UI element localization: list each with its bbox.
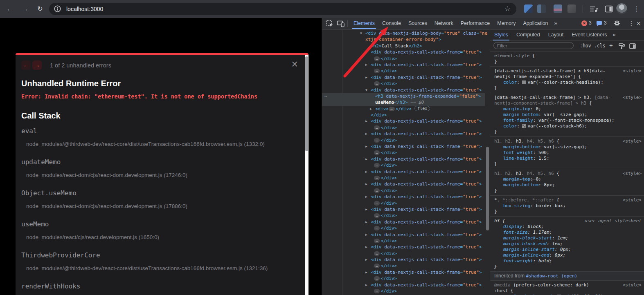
tree-row[interactable]: ▶<div data-nextjs-call-stack-frame="true… [322, 244, 490, 250]
css-declaration[interactable]: margin-inline-start: 0px; [494, 247, 642, 253]
tree-row[interactable]: ▼<div data-nextjs-call-stack-frame="true… [322, 87, 490, 93]
overlay-scrollbar[interactable] [305, 55, 308, 295]
style-rule[interactable]: <style>h1, h2, h3, h4, h5, h6 {margin-to… [490, 169, 644, 196]
rule-origin-link[interactable]: <style> [623, 282, 642, 288]
collapsed-content-icon[interactable]: … [374, 176, 380, 180]
style-rule[interactable]: user agent stylesheeth3 {display: block;… [490, 217, 644, 272]
extension-icon[interactable] [554, 4, 562, 13]
tree-row[interactable]: ▶<div data-nextjs-call-stack-frame="true… [322, 282, 490, 288]
computed-sidebar-toggle-icon[interactable] [629, 43, 636, 49]
style-rule[interactable]: <style>*, *::before, *::after {box-sizin… [490, 196, 644, 217]
previous-error-button[interactable]: ← [21, 60, 31, 70]
shadow-root-link[interactable]: #shadow-root (open) [526, 273, 577, 279]
tab-performance[interactable]: Performance [457, 18, 494, 29]
rendering-emulations-icon[interactable] [619, 43, 625, 49]
tree-row[interactable]: ▶<div data-nextjs-call-stack-frame="true… [322, 181, 490, 187]
css-declaration[interactable]: color: var(--color-stack-h6); [494, 123, 642, 129]
tree-row[interactable]: ▶<div data-nextjs-call-stack-frame="true… [322, 206, 490, 212]
css-declaration[interactable]: margin-top: 0; [494, 106, 642, 112]
styles-filter-input[interactable] [493, 42, 574, 49]
more-tabs-icon[interactable]: » [611, 29, 617, 40]
close-overlay-icon[interactable]: × [291, 59, 298, 70]
console-error-icon[interactable]: ✕ [581, 20, 587, 26]
element-classes-button[interactable]: .cls [594, 43, 606, 49]
css-declaration[interactable]: font-weight: bold; [494, 258, 642, 264]
tree-row[interactable]: ▶<div data-nextjs-call-stack-frame="true… [322, 232, 490, 238]
tree-row[interactable]: …</div> [322, 263, 490, 269]
browser-menu-icon[interactable]: ⋮ [633, 4, 641, 14]
tree-row[interactable]: …</div> [322, 56, 490, 62]
tree-row[interactable]: </div> [322, 112, 490, 118]
tab-styles[interactable]: Styles [490, 29, 512, 40]
inspect-element-icon[interactable] [326, 20, 333, 27]
address-bar[interactable]: localhost:3000 ☆ [49, 3, 516, 15]
collapsed-content-icon[interactable]: … [374, 251, 380, 256]
tree-row[interactable]: …</div> [322, 125, 490, 131]
tree-row[interactable]: ▶<div data-nextjs-call-stack-frame="true… [322, 74, 490, 80]
style-rule[interactable]: <style>[data-nextjs-call-stack-frame] > … [490, 67, 644, 93]
disclosure-arrow-icon[interactable]: ▶ [365, 244, 367, 250]
color-swatch[interactable] [522, 80, 526, 84]
next-error-button[interactable]: → [32, 60, 42, 70]
more-tabs-icon[interactable]: » [552, 18, 560, 29]
rule-origin-link[interactable]: <style> [623, 68, 642, 74]
rule-origin-link[interactable]: <style> [623, 197, 642, 203]
tree-row[interactable]: ▶<div>…</div>flex [322, 106, 490, 112]
tree-row[interactable]: ▼<div data-nextjs-dialog-body="true" cla… [322, 30, 490, 36]
tab-layout[interactable]: Layout [544, 29, 568, 40]
disclosure-arrow-icon[interactable]: ▶ [365, 206, 367, 212]
tree-row[interactable]: useMemo</h3> == $0 [322, 99, 485, 105]
tree-row[interactable]: …</div> [322, 80, 490, 87]
tree-row[interactable]: ▶<div data-nextjs-call-stack-frame="true… [322, 257, 490, 263]
tree-row[interactable]: ⋯<h3 data-nextjs-frame-expanded="false"> [322, 93, 485, 99]
style-rule[interactable]: <style>@media (prefers-color-scheme: dar… [490, 281, 644, 295]
disclosure-arrow-icon[interactable]: ▶ [365, 118, 367, 124]
collapsed-content-icon[interactable]: … [374, 56, 380, 61]
site-info-icon[interactable] [54, 5, 61, 12]
rule-origin-link[interactable]: <style> [623, 139, 642, 144]
css-declaration[interactable]: font-weight: 500; [494, 150, 642, 156]
media-controls-icon[interactable] [590, 5, 599, 13]
tab-network[interactable]: Network [431, 18, 457, 29]
css-declaration[interactable]: font-family: var(--font-stack-monospace)… [494, 118, 642, 123]
node-menu-icon[interactable]: ⋯ [324, 93, 328, 99]
css-declaration[interactable]: margin-block-end: 1em; [494, 241, 642, 247]
collapsed-content-icon[interactable]: … [374, 138, 380, 143]
disclosure-arrow-icon[interactable]: ▶ [365, 131, 367, 137]
tab-memory[interactable]: Memory [493, 18, 519, 29]
tab-sources[interactable]: Sources [405, 18, 431, 29]
tree-row[interactable]: ▶<div data-nextjs-call-stack-frame="true… [322, 269, 490, 275]
disclosure-arrow-icon[interactable]: ▶ [365, 194, 367, 200]
elements-scrollbar-thumb[interactable] [486, 147, 489, 230]
collapsed-content-icon[interactable]: … [374, 289, 380, 293]
toggle-element-state-button[interactable]: :hov [580, 43, 591, 49]
disclosure-arrow-icon[interactable]: ▶ [365, 74, 367, 80]
tree-row[interactable]: …</div> [322, 238, 490, 244]
tree-row[interactable]: …</div> [322, 188, 490, 194]
css-declaration[interactable]: box-sizing: border-box; [494, 203, 642, 209]
disclosure-arrow-icon[interactable]: ▼ [365, 87, 367, 93]
collapsed-content-icon[interactable]: … [374, 125, 380, 130]
tab-elements[interactable]: Elements [350, 18, 378, 29]
tab-computed[interactable]: Computed [512, 29, 544, 40]
tree-row[interactable]: …</div> [322, 175, 490, 181]
profile-avatar[interactable] [616, 3, 627, 14]
css-declaration[interactable]: color: var(--color-stack-headline); [494, 80, 642, 85]
tree-row[interactable]: …</div> [322, 288, 490, 294]
css-declaration[interactable]: margin-bottom: var(--size-gap); [494, 112, 642, 118]
collapsed-content-icon[interactable]: … [374, 69, 380, 73]
tab-application[interactable]: Application [519, 18, 552, 29]
forward-icon[interactable]: → [20, 4, 30, 14]
tab-console[interactable]: Console [378, 18, 405, 29]
css-declaration[interactable]: display: block; [494, 224, 642, 230]
disclosure-arrow-icon[interactable]: ▶ [365, 156, 367, 162]
css-declaration[interactable]: font-size: 1.17em; [494, 230, 642, 235]
disclosure-arrow-icon[interactable]: ▶ [365, 282, 367, 288]
overlay-scrollbar-thumb[interactable] [305, 56, 308, 151]
disclosure-arrow-icon[interactable]: ▶ [365, 62, 367, 68]
tree-row[interactable]: …</div> [322, 150, 490, 156]
collapsed-content-icon[interactable]: … [374, 226, 380, 230]
back-icon[interactable]: ← [5, 4, 15, 14]
elements-scrollbar[interactable] [486, 29, 489, 295]
tree-row[interactable]: …</div> [322, 275, 490, 282]
